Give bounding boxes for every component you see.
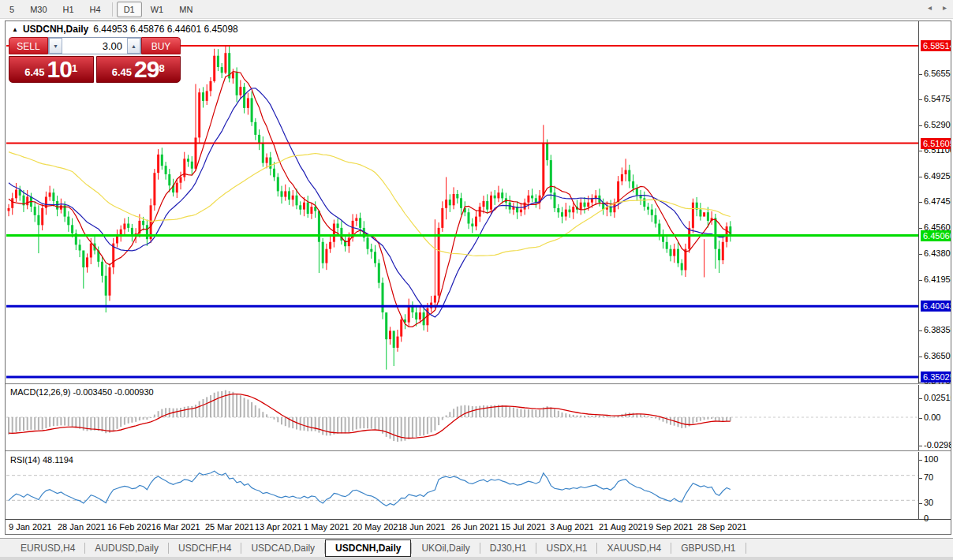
one-click-trade-panel: SELL ▼ ▲ BUY 6.45 10 1 6.45 29 8 <box>9 37 181 83</box>
rsi-axis-label: 0 <box>919 513 929 524</box>
tab-divider <box>746 543 746 554</box>
tick-dash <box>919 398 922 399</box>
tick-dash <box>919 418 922 419</box>
tab-scrollers: ◂ ▸ <box>928 3 947 12</box>
buy-price-prefix: 6.45 <box>112 65 132 80</box>
tick-dash <box>919 125 922 126</box>
tick-dash <box>919 177 922 177</box>
date-label: 8 Jun 2021 <box>402 522 445 532</box>
timeframe-mn-button[interactable]: MN <box>172 2 200 17</box>
tick-dash <box>919 460 922 461</box>
main-price-chart[interactable] <box>6 35 918 384</box>
symbol-tab-usdx[interactable]: USDX,H1 <box>536 540 596 556</box>
tick-dash <box>919 99 922 100</box>
timeframe-toolbar: 5M30H1H4D1W1MN <box>0 0 953 19</box>
tick-dash <box>919 280 922 281</box>
price-tick: 6.47450 <box>919 196 951 207</box>
trading-app: { "toolbar": { "items": [ {"label": "5",… <box>0 0 953 560</box>
timeframe-m30-button[interactable]: M30 <box>23 2 54 17</box>
bottom-strip <box>0 557 953 560</box>
sell-price-prefix: 6.45 <box>24 65 44 80</box>
macd-axis-label: 0.00 <box>919 413 940 423</box>
price-tick: 6.41950 <box>919 274 951 285</box>
symbol-tab-audusd[interactable]: AUDUSD,Daily <box>85 540 168 556</box>
sell-button[interactable]: SELL <box>9 37 48 54</box>
date-label: 16 Feb 2021 <box>107 522 156 532</box>
rsi-axis-label: 100 <box>919 454 938 465</box>
timeframe-d1-button[interactable]: D1 <box>117 2 142 17</box>
tick-dash <box>919 202 922 203</box>
date-label: 20 May 2021 <box>353 522 403 532</box>
date-label: 21 Aug 2021 <box>599 522 648 532</box>
volume-decrease-button[interactable]: ▼ <box>49 38 62 54</box>
price-tick: 6.49250 <box>919 171 951 181</box>
macd-axis-label: -0.02988 <box>919 440 951 450</box>
toolbar-divider <box>112 2 113 17</box>
buy-price-display[interactable]: 6.45 29 8 <box>96 56 181 83</box>
chart-title: ▲ USDCNH,Daily 6.44953 6.45876 6.44601 6… <box>12 24 238 35</box>
rsi-panel-divider[interactable] <box>6 450 951 452</box>
tick-dash <box>919 74 922 75</box>
date-label: 13 Apr 2021 <box>255 522 301 532</box>
date-label: 3 Aug 2021 <box>550 522 594 532</box>
macd-panel-divider[interactable] <box>6 383 951 385</box>
rsi-axis-label: 30 <box>919 498 933 508</box>
buy-price-point: 8 <box>159 57 164 80</box>
price-tick: 6.43800 <box>919 248 951 259</box>
date-label: 6 Mar 2021 <box>156 522 200 532</box>
chart-ohlc-values: 6.44953 6.45876 6.44601 6.45098 <box>93 24 238 35</box>
price-axis: 6.565506.547506.529006.511006.492506.474… <box>919 21 951 519</box>
symbol-tab-eurusd[interactable]: EURUSD,H4 <box>11 540 84 556</box>
ma-fast-line <box>9 72 731 327</box>
chart-symbol-label: USDCNH,Daily <box>23 24 88 35</box>
symbol-tab-gbpusd[interactable]: GBPUSD,H1 <box>671 540 745 556</box>
price-tick: 6.38350 <box>919 325 951 335</box>
sell-price-point: 1 <box>72 57 77 80</box>
price-badge-6.40042: 6.40042 <box>921 301 951 312</box>
price-tick: 6.56550 <box>919 69 951 79</box>
symbol-tab-ukoil[interactable]: UKOil,Daily <box>412 540 479 556</box>
volume-input[interactable] <box>62 38 127 54</box>
buy-price-pips: 29 <box>134 58 159 80</box>
tab-scroll-left-icon[interactable]: ◂ <box>928 3 932 12</box>
date-label: 26 Jun 2021 <box>451 522 499 532</box>
price-badge-6.51605: 6.51605 <box>921 138 951 149</box>
date-label: 9 Sep 2021 <box>648 522 693 532</box>
macd-axis-label: 0.025108 <box>919 393 951 403</box>
tick-dash <box>919 151 922 151</box>
symbol-tab-bar: EURUSD,H4AUDUSD,DailyUSDCHF,H4USDCAD,Dai… <box>0 538 953 557</box>
date-label: 28 Jan 2021 <box>58 522 106 532</box>
symbol-tab-dj30[interactable]: DJ30,H1 <box>480 540 536 556</box>
tick-dash <box>919 330 922 331</box>
buy-button[interactable]: BUY <box>141 37 181 54</box>
volume-spinner: ▼ ▲ <box>48 37 141 54</box>
tick-dash <box>919 228 922 229</box>
symbol-tab-usdcad[interactable]: USDCAD,Daily <box>241 540 324 556</box>
price-tick: 6.52900 <box>919 120 951 130</box>
tab-scroll-right-icon[interactable]: ▸ <box>943 3 947 12</box>
ma-medium-line <box>9 88 731 317</box>
tick-dash <box>919 519 922 520</box>
symbol-tab-usdcnh[interactable]: USDCNH,Daily <box>325 539 411 557</box>
tick-dash <box>919 478 922 479</box>
date-label: 15 Jul 2021 <box>501 522 546 532</box>
symbol-tab-xauusd[interactable]: XAUUSD,H4 <box>597 540 671 556</box>
macd-indicator-label: MACD(12,26,9) -0.003450 -0.000930 <box>10 387 154 397</box>
volume-increase-button[interactable]: ▲ <box>127 38 140 54</box>
tick-dash <box>919 503 922 504</box>
date-label: 25 Mar 2021 <box>205 522 254 532</box>
date-label: 28 Sep 2021 <box>697 522 746 532</box>
timeframe-h4-button[interactable]: H4 <box>83 2 108 17</box>
chart-window: ▲ USDCNH,Daily 6.44953 6.45876 6.44601 6… <box>5 21 951 535</box>
sell-price-display[interactable]: 6.45 10 1 <box>9 56 94 83</box>
rsi-chart[interactable] <box>6 453 918 519</box>
collapse-chart-icon[interactable]: ▲ <box>12 26 18 33</box>
tick-dash <box>919 254 922 255</box>
timeframe-h1-button[interactable]: H1 <box>56 2 81 17</box>
timeframe-5-button[interactable]: 5 <box>2 2 21 17</box>
sell-price-pips: 10 <box>47 58 72 80</box>
price-badge-6.58514: 6.58514 <box>921 40 951 51</box>
timeframe-w1-button[interactable]: W1 <box>144 2 171 17</box>
date-label: 1 May 2021 <box>304 522 349 532</box>
symbol-tab-usdchf[interactable]: USDCHF,H4 <box>169 540 241 556</box>
